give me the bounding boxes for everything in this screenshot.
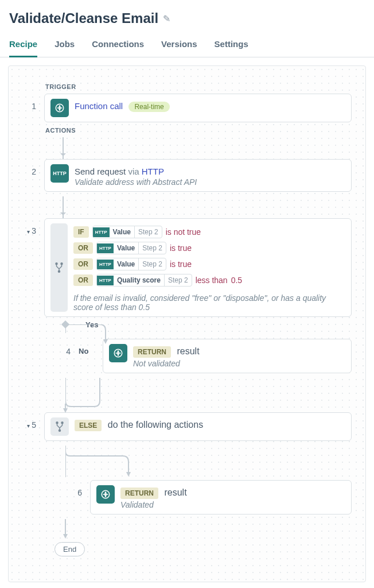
tab-versions[interactable]: Versions (161, 39, 197, 57)
branch-diamond-icon (61, 320, 69, 328)
http-icon: HTTP (97, 243, 114, 253)
trigger-label: TRIGGER (45, 83, 352, 90)
condition-operator: is true (170, 243, 192, 253)
step-number: 2 (22, 159, 36, 176)
condition-operator: is not true (166, 227, 201, 237)
svg-point-5 (56, 422, 58, 424)
data-pill[interactable]: HTTP Value Step 2 (96, 258, 166, 270)
step-title-text: Send request (75, 167, 126, 176)
if-tag: IF (73, 226, 89, 238)
or-tag: OR (73, 274, 93, 286)
http-link: HTTP (142, 167, 164, 176)
or-tag: OR (73, 258, 93, 270)
condition-step[interactable]: IF HTTP Value Step 2 is not true OR HTTP… (44, 218, 352, 317)
page-title: Validate/Cleanse Email (9, 10, 158, 26)
svg-point-1 (56, 263, 57, 265)
http-icon: HTTP (93, 227, 110, 237)
svg-point-7 (59, 430, 61, 431)
svg-point-3 (59, 270, 60, 272)
else-text: do the following actions (108, 420, 203, 430)
condition-note: If the email is invalid, considered "fre… (73, 293, 345, 312)
data-pill[interactable]: HTTP Value Step 2 (92, 226, 162, 238)
yes-label: Yes (85, 320, 98, 329)
edit-icon[interactable]: ✎ (163, 13, 170, 24)
branch-icon (50, 417, 69, 436)
trigger-step[interactable]: Function call Real-time (44, 94, 352, 122)
data-pill[interactable]: HTTP Value Step 2 (96, 242, 166, 254)
http-icon: HTTP (97, 276, 114, 285)
step-subtitle: Validated (120, 500, 345, 509)
realtime-badge: Real-time (128, 102, 169, 112)
or-tag: OR (73, 242, 93, 254)
tab-bar: Recipe Jobs Connections Versions Setting… (0, 39, 374, 57)
condition-operator: is true (170, 260, 192, 269)
return-step[interactable]: RETURN result Validated (90, 480, 352, 514)
step-number: 4 (57, 339, 71, 356)
condition-value: 0.5 (231, 276, 242, 285)
else-tag: ELSE (75, 420, 102, 431)
condition-operator: less than (196, 276, 228, 285)
return-step[interactable]: RETURN result Not validated (103, 339, 352, 373)
else-step[interactable]: ELSE do the following actions (44, 412, 352, 441)
via-text: via (128, 167, 139, 176)
no-label: No (79, 339, 95, 355)
function-icon (109, 344, 127, 362)
trigger-link: Function call (75, 101, 123, 111)
step-number[interactable]: 5 (22, 412, 36, 430)
step-subtitle: Validate address with Abstract API (75, 177, 345, 187)
function-icon (96, 485, 115, 504)
connector-icon (54, 196, 352, 218)
step-number[interactable]: 3 (22, 218, 36, 235)
tab-recipe[interactable]: Recipe (9, 39, 37, 57)
action-step-http[interactable]: HTTP Send request via HTTP Validate addr… (44, 159, 352, 192)
actions-label: ACTIONS (45, 127, 352, 134)
function-icon (50, 99, 69, 117)
return-result-label: result (177, 346, 199, 356)
step-subtitle: Not validated (133, 359, 345, 368)
http-icon: HTTP (97, 260, 114, 269)
svg-point-6 (61, 422, 63, 424)
connector-icon (54, 137, 352, 159)
return-tag: RETURN (133, 346, 171, 358)
step-number: 1 (22, 94, 36, 111)
tab-settings[interactable]: Settings (215, 39, 248, 57)
recipe-canvas[interactable]: TRIGGER 1 Function call Real-time ACTION… (8, 65, 366, 582)
tab-connections[interactable]: Connections (92, 39, 144, 57)
branch-icon (50, 223, 68, 312)
svg-point-2 (61, 263, 63, 265)
return-result-label: result (164, 488, 186, 497)
data-pill[interactable]: HTTP Quality score Step 2 (96, 274, 192, 287)
return-tag: RETURN (120, 488, 158, 499)
tab-jobs[interactable]: Jobs (54, 39, 75, 57)
end-node: End (54, 542, 85, 556)
step-number: 6 (68, 480, 82, 497)
http-icon: HTTP (50, 164, 69, 183)
